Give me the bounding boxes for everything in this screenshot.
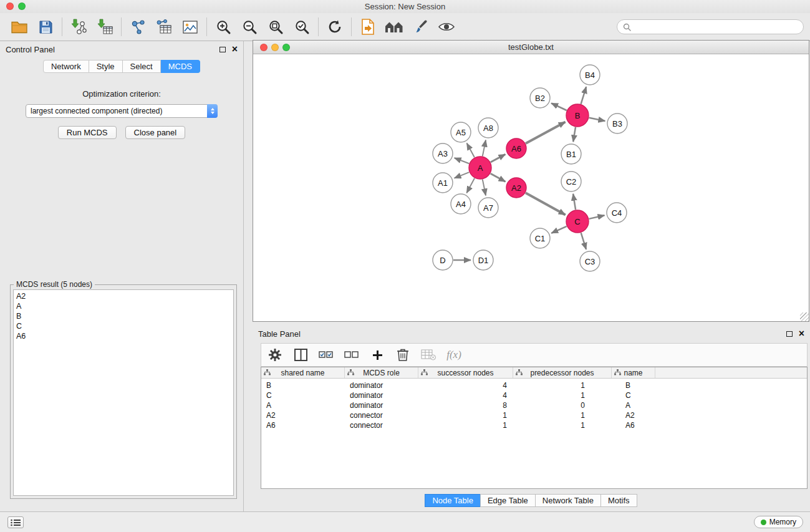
cell-name[interactable]: A6 — [612, 421, 655, 430]
node-A1[interactable]: A1 — [433, 173, 453, 193]
column-header-shared-name[interactable]: shared name — [261, 367, 345, 378]
mcds-result-item[interactable]: C — [16, 321, 231, 331]
cell-shared-name[interactable]: C — [261, 391, 345, 400]
tab-style[interactable]: Style — [89, 60, 123, 73]
tab-mcds[interactable]: MCDS — [161, 60, 200, 73]
node-D1[interactable]: D1 — [473, 250, 493, 270]
cell-mcds-role[interactable]: connector — [345, 421, 418, 430]
close-panel-button[interactable]: Close panel — [125, 126, 186, 139]
cell-predecessor-nodes[interactable]: 0 — [513, 401, 612, 410]
node-A3[interactable]: A3 — [433, 143, 453, 163]
tab-network-table[interactable]: Network Table — [535, 494, 601, 507]
column-header-successor-nodes[interactable]: successor nodes — [418, 367, 513, 378]
new-network-button[interactable] — [125, 15, 151, 39]
table-row[interactable]: A6connector11A6 — [261, 420, 807, 430]
edge-A6-B[interactable] — [526, 122, 566, 143]
node-A8[interactable]: A8 — [478, 118, 498, 138]
node-C4[interactable]: C4 — [607, 203, 627, 223]
graphics-details-button[interactable] — [381, 15, 407, 39]
table-row[interactable]: Bdominator41B — [261, 380, 807, 390]
mcds-result-item[interactable]: A2 — [16, 291, 231, 301]
import-table-button[interactable] — [92, 15, 118, 39]
close-table-panel-icon[interactable]: × — [799, 329, 804, 339]
node-B3[interactable]: B3 — [607, 114, 627, 133]
network-canvas[interactable]: B4B2BB3A5A8A6A3B1AC2A1A2A4A7C4CC1C3DD1 — [253, 54, 809, 321]
edge-A-A4[interactable] — [466, 178, 475, 193]
edge-B-B1[interactable] — [573, 127, 576, 142]
node-B1[interactable]: B1 — [561, 144, 581, 164]
table-row[interactable]: Adominator80A — [261, 400, 807, 410]
network-window-titlebar[interactable]: testGlobe.txt — [253, 41, 809, 54]
network-zoom-traffic-light[interactable] — [282, 44, 290, 51]
cell-shared-name[interactable]: B — [261, 381, 345, 390]
select-all-button[interactable] — [319, 346, 334, 364]
node-A7[interactable]: A7 — [478, 198, 498, 218]
edge-A-A6[interactable] — [491, 154, 506, 162]
apply-function-button[interactable]: f(x) — [446, 346, 461, 364]
float-panel-icon[interactable] — [219, 47, 226, 52]
cell-mcds-role[interactable]: dominator — [345, 391, 418, 400]
table-settings-button[interactable] — [268, 346, 282, 364]
node-B[interactable]: B — [566, 104, 589, 127]
run-mcds-button[interactable]: Run MCDS — [58, 126, 117, 139]
node-C[interactable]: C — [566, 210, 589, 233]
close-panel-icon[interactable]: × — [232, 44, 238, 54]
cell-name[interactable]: B — [612, 381, 655, 390]
cell-successor-nodes[interactable]: 1 — [418, 421, 513, 430]
column-header-name[interactable]: name — [612, 367, 655, 378]
cell-predecessor-nodes[interactable]: 1 — [513, 391, 612, 400]
column-header-mcds-role[interactable]: MCDS role — [345, 367, 418, 378]
cell-successor-nodes[interactable]: 1 — [418, 411, 513, 420]
tab-network[interactable]: Network — [43, 60, 89, 73]
mcds-result-item[interactable]: B — [16, 311, 231, 321]
edge-A-A2[interactable] — [491, 173, 506, 181]
edge-A-A7[interactable] — [483, 180, 486, 196]
save-session-button[interactable] — [32, 15, 59, 39]
edge-A-A8[interactable] — [483, 140, 486, 157]
cell-predecessor-nodes[interactable]: 1 — [513, 381, 612, 390]
import-network-button[interactable] — [65, 15, 92, 39]
edge-B-B4[interactable] — [581, 87, 587, 104]
node-A5[interactable]: A5 — [451, 122, 471, 142]
table-row[interactable]: Cdominator41C — [261, 390, 807, 400]
edge-C-C1[interactable] — [551, 226, 567, 233]
cell-successor-nodes[interactable]: 8 — [418, 401, 513, 410]
apply-layout-button[interactable] — [322, 15, 348, 39]
node-C1[interactable]: C1 — [530, 228, 550, 248]
deselect-all-button[interactable] — [344, 346, 359, 364]
memory-button[interactable]: Memory — [754, 516, 803, 528]
node-D[interactable]: D — [433, 250, 453, 270]
network-minimize-traffic-light[interactable] — [271, 44, 279, 51]
task-history-button[interactable] — [7, 516, 24, 528]
cell-name[interactable]: C — [612, 391, 655, 400]
table-row[interactable]: A2connector11A2 — [261, 410, 807, 420]
resize-handle[interactable] — [800, 312, 809, 321]
cell-successor-nodes[interactable]: 4 — [418, 391, 513, 400]
cell-predecessor-nodes[interactable]: 1 — [513, 421, 612, 430]
zoom-traffic-light[interactable] — [18, 2, 26, 10]
column-header-predecessor-nodes[interactable]: predecessor nodes — [513, 367, 612, 378]
delete-column-button[interactable] — [395, 346, 410, 364]
toolbar-search[interactable] — [617, 19, 804, 34]
edge-A-A1[interactable] — [455, 172, 470, 178]
optimization-criterion-dropdown[interactable]: largest connected component (directed) — [26, 104, 218, 118]
tab-edge-table[interactable]: Edge Table — [480, 494, 536, 507]
tab-node-table[interactable]: Node Table — [425, 494, 481, 507]
network-table-button[interactable] — [151, 15, 177, 39]
edge-C-C3[interactable] — [581, 233, 586, 249]
edge-B-B2[interactable] — [551, 104, 567, 111]
cell-name[interactable]: A — [612, 401, 655, 410]
node-A2[interactable]: A2 — [506, 178, 526, 198]
node-C3[interactable]: C3 — [580, 251, 600, 271]
search-input[interactable] — [635, 22, 798, 31]
edge-B-B3[interactable] — [589, 118, 605, 121]
edge-A-A5[interactable] — [467, 143, 475, 158]
node-C2[interactable]: C2 — [561, 172, 581, 191]
mcds-result-list[interactable]: A2ABCA6 — [13, 289, 234, 496]
edge-C-C2[interactable] — [573, 194, 576, 210]
network-close-traffic-light[interactable] — [260, 44, 268, 51]
cell-mcds-role[interactable]: connector — [345, 411, 418, 420]
first-neighbors-button[interactable] — [355, 15, 381, 39]
cell-successor-nodes[interactable]: 4 — [418, 381, 513, 390]
zoom-in-button[interactable] — [210, 15, 236, 39]
